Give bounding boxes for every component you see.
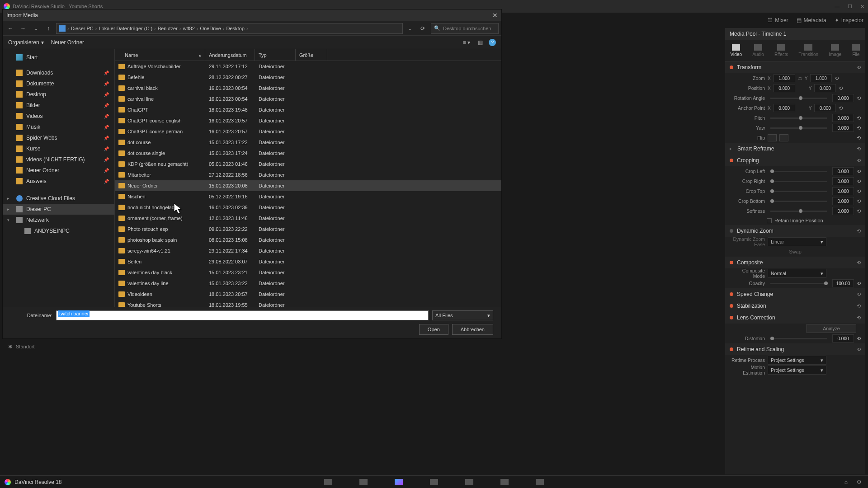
reset-icon[interactable]: ⟲ <box>839 105 843 111</box>
cancel-button[interactable]: Abbrechen <box>452 324 493 335</box>
col-type[interactable]: Typ <box>255 49 296 61</box>
reset-icon[interactable]: ⟲ <box>857 228 861 234</box>
reset-icon[interactable]: ⟲ <box>857 281 861 286</box>
section-lens-correction[interactable]: Lens Correction⟲ <box>725 312 865 324</box>
reset-icon[interactable]: ⟲ <box>857 347 861 352</box>
reset-icon[interactable]: ⟲ <box>839 85 843 91</box>
filetype-filter[interactable]: All Files▾ <box>432 310 493 320</box>
flip-v-button[interactable] <box>779 134 788 141</box>
retime-process-dropdown[interactable]: Project Settings▾ <box>768 356 826 365</box>
anchor-x-field[interactable]: 0.000 <box>774 104 795 112</box>
reset-icon[interactable]: ⟲ <box>857 135 861 141</box>
section-speed-change[interactable]: Speed Change⟲ <box>725 288 865 300</box>
file-list[interactable]: Aufträge Vorschaubilder29.11.2022 17:12D… <box>115 61 501 307</box>
distortion-field[interactable]: 0.000 <box>832 334 854 343</box>
reset-icon[interactable]: ⟲ <box>857 336 861 342</box>
fairlight-page-icon[interactable] <box>500 479 509 485</box>
crop-top-slider[interactable] <box>770 191 827 192</box>
sidebar-item[interactable]: Dokumente📌 <box>3 78 114 89</box>
minimize-icon[interactable]: — <box>835 4 840 9</box>
sidebar-item[interactable]: Kurse📌 <box>3 143 114 154</box>
tab-audio[interactable]: Audio <box>752 44 764 57</box>
table-row[interactable]: Befehle28.12.2022 00:27Dateiordner <box>115 72 501 83</box>
section-smart-reframe[interactable]: ▸Smart Reframe⟲ <box>725 143 865 155</box>
color-page-icon[interactable] <box>465 479 473 485</box>
pitch-slider[interactable] <box>770 117 827 119</box>
crop-bottom-field[interactable]: 0.000 <box>832 197 854 205</box>
crop-right-field[interactable]: 0.000 <box>832 177 854 185</box>
crop-left-slider[interactable] <box>770 171 827 172</box>
preview-pane-button[interactable]: ▥ <box>475 38 485 47</box>
pos-x-field[interactable]: 0.000 <box>774 84 795 92</box>
reset-icon[interactable]: ⟲ <box>857 95 861 101</box>
reset-icon[interactable]: ⟲ <box>857 303 861 309</box>
media-page-icon[interactable] <box>324 479 332 485</box>
flip-h-button[interactable] <box>768 134 777 141</box>
settings-icon[interactable]: ⚙ <box>857 479 862 485</box>
reset-icon[interactable]: ⟲ <box>835 75 839 81</box>
up-button[interactable]: ↑ <box>43 23 53 33</box>
zoom-x-field[interactable]: 1.000 <box>774 74 795 82</box>
tab-image[interactable]: Image <box>829 44 841 57</box>
opacity-slider[interactable] <box>770 283 827 284</box>
view-mode-dropdown[interactable]: ≡ ▾ <box>462 38 472 47</box>
zoom-y-field[interactable]: 1.000 <box>810 74 832 82</box>
table-row[interactable]: noch nicht hochgeladen16.01.2023 02:39Da… <box>115 202 501 213</box>
maximize-icon[interactable]: ☐ <box>848 4 852 9</box>
distortion-slider[interactable] <box>770 338 827 339</box>
sidebar-item[interactable]: Videos📌 <box>3 111 114 122</box>
reset-icon[interactable]: ⟲ <box>857 315 861 321</box>
sidebar-item[interactable]: Neuer Ordner📌 <box>3 165 114 176</box>
metadata-button[interactable]: ▤Metadata <box>797 17 826 23</box>
softness-field[interactable]: 0.000 <box>832 207 854 215</box>
link-icon[interactable]: ⬭ <box>798 75 802 81</box>
yaw-field[interactable]: 0.000 <box>832 124 854 132</box>
section-retime[interactable]: Retime and Scaling⟲ <box>725 343 865 355</box>
filename-input[interactable]: twitch banner <box>56 310 429 320</box>
table-row[interactable]: ChatGPT course english16.01.2023 20:57Da… <box>115 115 501 126</box>
swap-button[interactable]: Swap <box>789 249 802 254</box>
reset-icon[interactable]: ⟲ <box>857 291 861 297</box>
sidebar-item[interactable]: Ausweis📌 <box>3 176 114 187</box>
yaw-slider[interactable] <box>770 127 827 129</box>
sidebar-start[interactable]: Start <box>3 52 114 63</box>
table-row[interactable]: Seiten29.08.2022 03:07Dateiordner <box>115 256 501 267</box>
rotation-field[interactable]: 0.000 <box>832 94 854 102</box>
table-row[interactable]: ChatGPT18.01.2023 19:48Dateiordner <box>115 104 501 115</box>
breadcrumb-dropdown[interactable]: ⌄ <box>406 25 415 32</box>
tab-effects[interactable]: Effects <box>774 44 788 57</box>
table-row[interactable]: KDP (größen neu gemacht)05.01.2023 01:46… <box>115 159 501 169</box>
composite-mode-dropdown[interactable]: Normal▾ <box>768 269 826 278</box>
standort-item[interactable]: ✱ Standort <box>5 341 38 352</box>
close-icon[interactable]: ✕ <box>492 12 498 19</box>
new-folder-button[interactable]: Neuer Ordner <box>51 39 84 46</box>
help-icon[interactable]: ? <box>489 39 496 46</box>
sidebar-network[interactable]: ▾Netzwerk <box>3 215 114 225</box>
table-row[interactable]: carnival line16.01.2023 00:54Dateiordner <box>115 94 501 104</box>
table-row[interactable]: Videoideen18.01.2023 20:57Dateiordner <box>115 289 501 300</box>
open-button[interactable]: Open <box>419 324 448 335</box>
fusion-page-icon[interactable] <box>430 479 438 485</box>
reset-icon[interactable]: ⟲ <box>857 178 861 184</box>
recent-dropdown[interactable]: ⌄ <box>31 23 41 33</box>
reset-icon[interactable]: ⟲ <box>857 169 861 174</box>
zoom-ease-dropdown[interactable]: Linear▾ <box>768 237 826 246</box>
anchor-y-field[interactable]: 0.000 <box>814 104 836 112</box>
table-row[interactable]: Mitarbeiter27.12.2022 18:56Dateiordner <box>115 169 501 180</box>
col-date[interactable]: Änderungsdatum <box>205 49 255 61</box>
reset-icon[interactable]: ⟲ <box>857 260 861 266</box>
table-row[interactable]: ornament (corner, frame)12.01.2023 11:46… <box>115 213 501 224</box>
organize-menu[interactable]: Organisieren ▾ <box>8 39 44 46</box>
sidebar-item[interactable]: Desktop📌 <box>3 89 114 100</box>
breadcrumb[interactable]: › Dieser PC› Lokaler Datenträger (C:)› B… <box>56 23 403 34</box>
section-composite[interactable]: Composite⟲ <box>725 257 865 268</box>
table-row[interactable]: Photo retouch esp09.01.2023 22:22Dateior… <box>115 224 501 235</box>
softness-slider[interactable] <box>770 211 827 212</box>
cut-page-icon[interactable] <box>359 479 368 485</box>
crop-left-field[interactable]: 0.000 <box>832 167 854 175</box>
table-row[interactable]: valentines day line15.01.2023 23:22Datei… <box>115 278 501 289</box>
section-cropping[interactable]: Cropping⟲ <box>725 155 865 166</box>
refresh-button[interactable]: ⟳ <box>417 25 428 32</box>
reset-icon[interactable]: ⟲ <box>857 188 861 194</box>
table-row[interactable]: Nischen05.12.2022 19:16Dateiordner <box>115 191 501 202</box>
